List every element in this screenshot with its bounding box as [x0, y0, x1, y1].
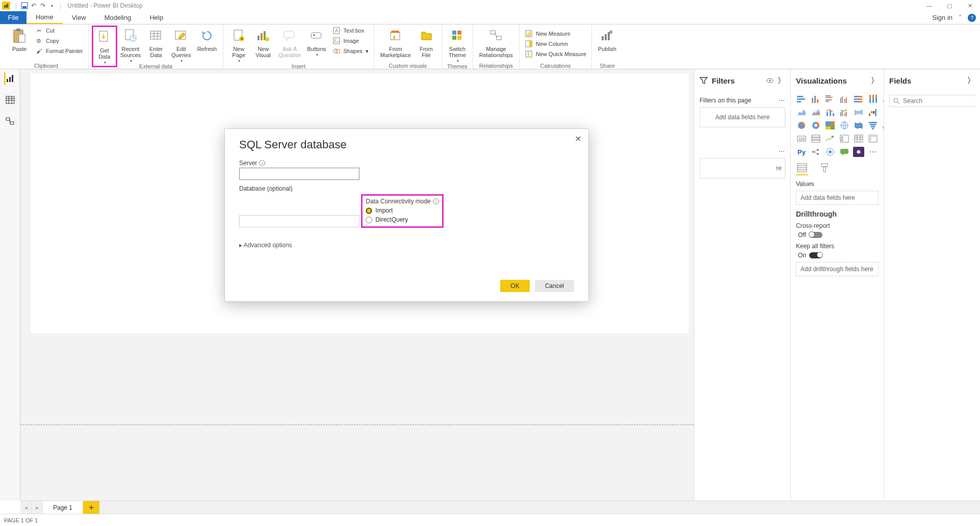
- viz-kpi-icon[interactable]: [824, 134, 836, 144]
- redo-icon[interactable]: ↷: [38, 1, 47, 10]
- refresh-button[interactable]: Refresh: [194, 25, 220, 52]
- manage-relationships-button[interactable]: Manage Relationships: [476, 25, 516, 58]
- viz-line-stacked-column-icon[interactable]: [824, 107, 836, 117]
- format-tool-button[interactable]: [818, 163, 831, 175]
- filters-on-page-menu[interactable]: ⋯: [779, 97, 785, 104]
- viz-area-icon[interactable]: [796, 107, 807, 117]
- format-painter-button[interactable]: 🖌Format Painter: [33, 46, 85, 56]
- switch-theme-button[interactable]: Switch Theme▾: [445, 25, 470, 64]
- minimize-button[interactable]: —: [919, 0, 939, 11]
- get-data-button[interactable]: Get Data▾: [92, 25, 117, 67]
- viz-stacked-column-icon[interactable]: [810, 94, 821, 104]
- viz-map-icon[interactable]: [839, 120, 850, 130]
- fields-search[interactable]: [889, 95, 975, 107]
- viz-clustered-bar-icon[interactable]: [824, 94, 836, 104]
- keep-filters-toggle[interactable]: On: [798, 252, 822, 259]
- viz-treemap-icon[interactable]: [824, 120, 836, 130]
- ok-button[interactable]: OK: [500, 280, 529, 292]
- viz-table-icon[interactable]: [853, 134, 864, 144]
- viz-donut-icon[interactable]: [810, 120, 821, 130]
- help-tab[interactable]: Help: [140, 11, 172, 24]
- modeling-tab[interactable]: Modeling: [95, 11, 141, 24]
- new-measure-button[interactable]: New Measure: [523, 29, 573, 39]
- new-visual-button[interactable]: New Visual: [251, 25, 275, 58]
- buttons-button[interactable]: Buttons▾: [304, 25, 329, 58]
- fields-search-input[interactable]: [903, 97, 979, 104]
- cross-report-toggle[interactable]: Off: [798, 231, 822, 239]
- viz-ribbon-icon[interactable]: [853, 107, 864, 117]
- viz-clustered-column-icon[interactable]: [839, 94, 850, 104]
- filters-all-pages-dropzone[interactable]: re: [700, 158, 785, 178]
- viz-key-influencers-icon[interactable]: [810, 147, 821, 157]
- viz-line-clustered-column-icon[interactable]: [839, 107, 850, 117]
- viz-more-icon[interactable]: ⋯: [867, 147, 879, 157]
- advanced-options-toggle[interactable]: ▸ Advanced options: [239, 242, 574, 249]
- page-tab-1[interactable]: Page 1: [43, 501, 83, 514]
- viz-qna-icon[interactable]: [839, 147, 850, 157]
- enter-data-button[interactable]: Enter Data: [144, 25, 168, 58]
- filters-all-pages-menu[interactable]: ⋯: [779, 148, 785, 155]
- paste-button[interactable]: Paste: [7, 25, 32, 52]
- viz-card-icon[interactable]: 123: [796, 134, 807, 144]
- filters-visibility-icon[interactable]: [766, 77, 773, 84]
- file-tab[interactable]: File: [0, 11, 27, 24]
- publish-button[interactable]: Publish: [595, 25, 620, 52]
- view-tab[interactable]: View: [63, 11, 95, 24]
- save-icon[interactable]: [20, 1, 29, 10]
- viz-multi-card-icon[interactable]: [810, 134, 821, 144]
- new-page-button[interactable]: ✦ New Page▾: [226, 25, 251, 64]
- directquery-radio[interactable]: DirectQuery: [366, 216, 439, 223]
- from-marketplace-button[interactable]: From Marketplace: [377, 25, 414, 58]
- viz-matrix-icon[interactable]: [867, 134, 879, 144]
- dialog-close-button[interactable]: ✕: [575, 134, 581, 144]
- collapse-ribbon-icon[interactable]: ˄: [959, 14, 962, 21]
- edit-queries-button[interactable]: Edit Queries▾: [168, 25, 194, 64]
- fields-collapse-icon[interactable]: 〉: [967, 76, 975, 86]
- image-button[interactable]: Image: [330, 36, 371, 46]
- viz-stacked-area-icon[interactable]: [810, 107, 821, 117]
- drillthrough-dropzone[interactable]: Add drillthrough fields here: [796, 262, 879, 276]
- recent-sources-button[interactable]: Recent Sources▾: [117, 25, 144, 64]
- cancel-button[interactable]: Cancel: [535, 280, 574, 292]
- database-input[interactable]: [239, 215, 359, 227]
- new-column-button[interactable]: New Column: [523, 39, 570, 49]
- close-button[interactable]: ✕: [960, 0, 980, 11]
- viz-waterfall-icon[interactable]: [867, 107, 879, 117]
- viz-collapse-icon[interactable]: 〉: [871, 76, 879, 86]
- fields-tool-button[interactable]: [796, 163, 808, 175]
- undo-icon[interactable]: ↶: [29, 1, 38, 10]
- ask-question-button[interactable]: Ask A Question: [275, 25, 304, 58]
- textbox-button[interactable]: AText box: [330, 25, 371, 36]
- page-prev-button[interactable]: ◂: [20, 501, 32, 514]
- server-input[interactable]: [239, 168, 359, 180]
- sign-in-link[interactable]: Sign in: [932, 14, 952, 21]
- qat-dropdown-icon[interactable]: ▾: [47, 1, 57, 10]
- filters-collapse-icon[interactable]: 〉: [778, 76, 785, 86]
- viz-filled-map-icon[interactable]: [853, 120, 864, 130]
- info-icon[interactable]: i: [259, 160, 265, 166]
- shapes-button[interactable]: Shapes▾: [330, 46, 371, 56]
- info-icon[interactable]: i: [433, 198, 439, 204]
- home-tab[interactable]: Home: [27, 11, 63, 24]
- data-view-button[interactable]: [4, 94, 16, 106]
- viz-100-stacked-column-icon[interactable]: [867, 94, 879, 104]
- copy-button[interactable]: ⧉Copy: [33, 36, 85, 46]
- model-view-button[interactable]: [4, 115, 16, 127]
- viz-python-icon[interactable]: Py: [796, 147, 807, 157]
- viz-stacked-bar-icon[interactable]: [796, 94, 807, 104]
- page-next-button[interactable]: ▸: [32, 501, 43, 514]
- maximize-button[interactable]: ▢: [939, 0, 960, 11]
- viz-arcgis-icon[interactable]: ⬢: [853, 147, 864, 157]
- viz-pie-icon[interactable]: [796, 120, 807, 130]
- viz-funnel-icon[interactable]: [867, 120, 879, 130]
- cut-button[interactable]: ✂Cut: [33, 25, 85, 36]
- report-view-button[interactable]: [4, 72, 16, 85]
- import-radio[interactable]: Import: [366, 207, 439, 214]
- viz-decomposition-icon[interactable]: [824, 147, 836, 157]
- filters-on-page-dropzone[interactable]: Add data fields here: [700, 107, 785, 127]
- add-page-button[interactable]: +: [83, 501, 99, 514]
- viz-slicer-icon[interactable]: [839, 134, 850, 144]
- viz-100-stacked-bar-icon[interactable]: [853, 94, 864, 104]
- help-badge-icon[interactable]: ?: [968, 14, 976, 22]
- values-dropzone[interactable]: Add data fields here: [796, 191, 879, 205]
